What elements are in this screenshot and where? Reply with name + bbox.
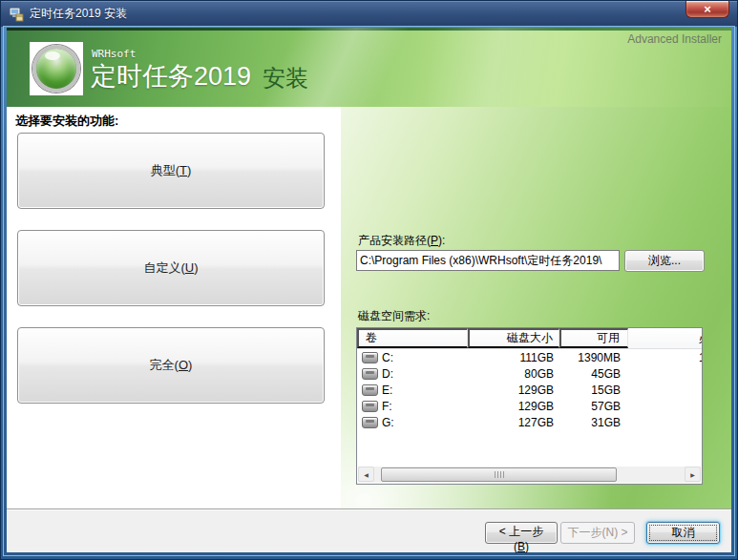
drive-icon	[362, 352, 378, 363]
available-cell: 31GB	[559, 416, 628, 429]
features-heading: 选择要安装的功能:	[15, 113, 118, 130]
window-title: 定时任务2019 安装	[30, 6, 127, 22]
feature-button-complete[interactable]: 完全(O)	[17, 327, 325, 404]
drive-icon	[362, 417, 378, 428]
clipped-cell-fragment: 1	[699, 351, 703, 364]
volume-cell: C:	[382, 351, 393, 364]
advanced-installer-watermark: Advanced Installer	[627, 32, 722, 46]
available-cell: 15GB	[559, 384, 628, 397]
footer-bar: < 上一步(B) 下一步(N) > 取消	[7, 508, 731, 552]
title-bar[interactable]: 定时任务2019 安装	[1, 1, 737, 27]
install-path-label: 产品安装路径(P):	[358, 233, 445, 249]
banner: WRHsoft 定时任务2019 安装 Advanced Installer	[7, 28, 731, 107]
browse-button[interactable]: 浏览...	[624, 250, 705, 272]
column-header-available[interactable]: 可用	[559, 328, 628, 348]
scroll-left-button[interactable]: ◀	[358, 467, 374, 482]
details-panel: 产品安装路径(P): 浏览... 磁盘空间需求: 卷 磁盘大小 可用 必	[341, 107, 731, 508]
size-cell: 111GB	[468, 351, 559, 364]
feature-button-custom[interactable]: 自定义(U)	[17, 230, 325, 306]
available-cell: 45GB	[559, 367, 628, 381]
table-header-row: 卷 磁盘大小 可用 必	[357, 328, 702, 349]
scroll-left-icon: ◀	[364, 471, 369, 478]
size-cell: 127GB	[468, 416, 559, 429]
close-icon: ×	[704, 2, 711, 16]
setup-mode-label: 安装	[263, 63, 308, 93]
install-path-input[interactable]	[356, 250, 620, 271]
column-header-volume[interactable]: 卷	[357, 328, 468, 348]
clipped-header-fragment: 必	[699, 331, 703, 347]
product-logo	[30, 42, 83, 95]
volume-cell: E:	[382, 384, 392, 397]
table-row[interactable]: F: 129GB 57GB	[357, 398, 702, 414]
close-button[interactable]: ×	[685, 1, 729, 18]
dialog-content: WRHsoft 定时任务2019 安装 Advanced Installer 选…	[7, 28, 731, 552]
horizontal-scrollbar[interactable]: ◀ ▶	[358, 467, 701, 483]
drive-icon	[362, 368, 378, 380]
volume-cell: G:	[382, 416, 394, 429]
table-row[interactable]: D: 80GB 45GB	[357, 365, 702, 382]
cancel-button[interactable]: 取消	[646, 522, 720, 544]
table-row[interactable]: C: 111GB 1390MB 1	[357, 349, 702, 365]
window-frame: 定时任务2019 安装 × WRHsoft 定时任务2019 安装 Advanc…	[0, 0, 738, 560]
scrollbar-thumb[interactable]	[381, 467, 617, 482]
available-cell: 1390MB	[559, 351, 628, 364]
table-row[interactable]: E: 129GB 15GB	[357, 382, 702, 398]
installer-icon	[9, 7, 24, 22]
size-cell: 80GB	[468, 367, 559, 381]
product-title: 定时任务2019	[91, 59, 251, 93]
feature-button-typical[interactable]: 典型(T)	[17, 133, 325, 209]
size-cell: 129GB	[468, 400, 559, 413]
clock-logo-icon	[32, 45, 80, 93]
volume-cell: D:	[382, 367, 393, 381]
disk-space-table: 卷 磁盘大小 可用 必 C: 111GB 1390MB 1 D	[356, 327, 703, 485]
volume-cell: F:	[382, 400, 392, 413]
disk-space-heading: 磁盘空间需求:	[358, 308, 430, 324]
scroll-right-button[interactable]: ▶	[685, 467, 701, 482]
next-button[interactable]: 下一步(N) >	[560, 522, 635, 544]
drive-icon	[362, 384, 378, 396]
main-area: 选择要安装的功能: 典型(T) 自定义(U) 完全(O) 产品安装路径(P): …	[7, 107, 731, 508]
features-panel: 选择要安装的功能: 典型(T) 自定义(U) 完全(O)	[7, 107, 341, 508]
available-cell: 57GB	[559, 400, 628, 413]
scroll-right-icon: ▶	[690, 471, 695, 478]
table-row[interactable]: G: 127GB 31GB	[357, 414, 702, 430]
drive-icon	[362, 401, 378, 412]
column-header-clipped: 必	[628, 328, 702, 348]
size-cell: 129GB	[468, 384, 559, 397]
column-header-size[interactable]: 磁盘大小	[468, 328, 559, 348]
back-button[interactable]: < 上一步(B)	[485, 522, 558, 544]
